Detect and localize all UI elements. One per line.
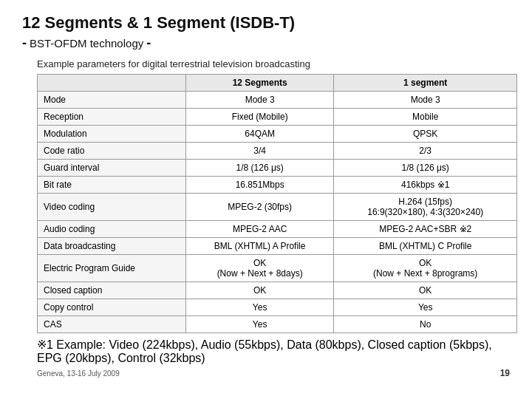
table-row: Bit rate16.851Mbps416kbps ※1 [38, 177, 517, 194]
table-row-value: QPSK [334, 126, 517, 143]
table-row: CASYesNo [38, 316, 517, 333]
page-title: 12 Segments & 1 Segment (ISDB-T) [22, 13, 510, 33]
table-row: Data broadcastingBML (XHTML) A ProfileBM… [38, 238, 517, 255]
table-row: ReceptionFixed (Mobile)Mobile [38, 109, 517, 126]
table-row: Video codingMPEG-2 (30fps)H.264 (15fps)1… [38, 194, 517, 221]
table-row-value: H.264 (15fps)16:9(320×180), 4:3(320×240) [334, 194, 517, 221]
table-row-value: Mode 3 [334, 92, 517, 109]
table-row: Guard interval1/8 (126 μs)1/8 (126 μs) [38, 160, 517, 177]
footer-page: 19 [500, 368, 510, 378]
table-row-value: Yes [185, 316, 333, 333]
table-row: ModeMode 3Mode 3 [38, 92, 517, 109]
table-row-value: 416kbps ※1 [334, 177, 517, 194]
table-row-value: 1/8 (126 μs) [334, 160, 517, 177]
table-row-label: Modulation [38, 126, 186, 143]
subtitle: - BST-OFDM technology - [22, 35, 510, 51]
table-row-value: 3/4 [185, 143, 333, 160]
table-row-label: Bit rate [38, 177, 186, 194]
table-row-label: Audio coding [38, 221, 186, 238]
table-row-value: 2/3 [334, 143, 517, 160]
footer-date: Geneva, 13-16 July 2009 [37, 369, 120, 378]
table-row-value: Mode 3 [185, 92, 333, 109]
table-row-value: Fixed (Mobile) [185, 109, 333, 126]
col-header-1seg: 1 segment [334, 75, 517, 92]
col-header-label [38, 75, 186, 92]
table-row-value: MPEG-2 AAC+SBR ※2 [334, 221, 517, 238]
table-row: Copy controlYesYes [38, 299, 517, 316]
data-table-wrap: 12 Segments 1 segment ModeMode 3Mode 3Re… [37, 74, 510, 333]
table-row-label: Reception [38, 109, 186, 126]
table-row-label: CAS [38, 316, 186, 333]
table-row-value: 1/8 (126 μs) [185, 160, 333, 177]
table-row-value: No [334, 316, 517, 333]
parameters-table: 12 Segments 1 segment ModeMode 3Mode 3Re… [37, 74, 517, 333]
table-row-value: Yes [185, 299, 333, 316]
table-row-value: BML (XHTML) C Profile [334, 238, 517, 255]
table-row-value: OK(Now + Next + 8days) [185, 255, 333, 282]
table-row-value: MPEG-2 AAC [185, 221, 333, 238]
table-row-value: OK [185, 282, 333, 299]
table-row-label: Video coding [38, 194, 186, 221]
table-row: Modulation64QAMQPSK [38, 126, 517, 143]
table-row-label: Guard interval [38, 160, 186, 177]
table-header-row: 12 Segments 1 segment [38, 75, 517, 92]
table-row-value: OK(Now + Next + 8programs) [334, 255, 517, 282]
table-row-value: BML (XHTML) A Profile [185, 238, 333, 255]
table-row-label: Data broadcasting [38, 238, 186, 255]
table-row-value: MPEG-2 (30fps) [185, 194, 333, 221]
table-row-value: 64QAM [185, 126, 333, 143]
footer: Geneva, 13-16 July 2009 19 [37, 368, 510, 378]
table-row-label: Mode [38, 92, 186, 109]
table-row-value: Yes [334, 299, 517, 316]
table-row-value: OK [334, 282, 517, 299]
example-label: Example parameters for digital terrestri… [37, 58, 510, 69]
footnote-area: ※1 Example: Video (224kbps), Audio (55kb… [37, 338, 510, 365]
table-row: Closed captionOKOK [38, 282, 517, 299]
table-row: Audio codingMPEG-2 AACMPEG-2 AAC+SBR ※2 [38, 221, 517, 238]
table-row: Electric Program GuideOK(Now + Next + 8d… [38, 255, 517, 282]
table-row: Code ratio3/42/3 [38, 143, 517, 160]
table-row-value: Mobile [334, 109, 517, 126]
table-row-label: Code ratio [38, 143, 186, 160]
col-header-12seg: 12 Segments [185, 75, 333, 92]
table-row-label: Electric Program Guide [38, 255, 186, 282]
table-row-label: Copy control [38, 299, 186, 316]
table-row-value: 16.851Mbps [185, 177, 333, 194]
table-row-label: Closed caption [38, 282, 186, 299]
